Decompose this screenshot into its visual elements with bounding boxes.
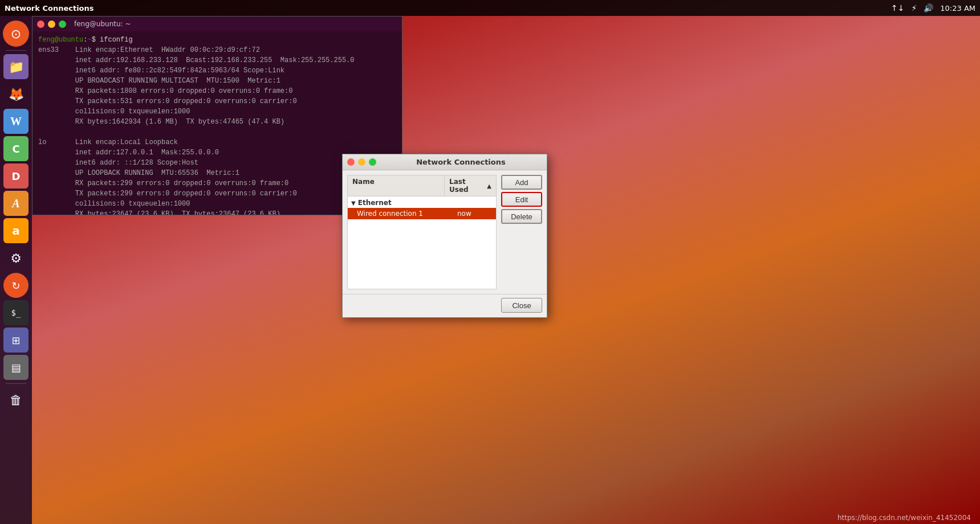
nc-maximize-btn[interactable] bbox=[369, 158, 376, 166]
url-text: https://blog.csdn.net/weixin_41452004 bbox=[837, 514, 971, 522]
dock-item-remmina[interactable]: ⊞ bbox=[3, 328, 29, 353]
nc-minimize-btn[interactable] bbox=[358, 158, 365, 166]
dock-item-settings[interactable]: ⚙ bbox=[3, 245, 29, 271]
section-expand-icon: ▼ bbox=[351, 200, 356, 206]
delete-button[interactable]: Delete bbox=[501, 209, 542, 224]
topbar-right: ↑↓ ⚡ 🔊 10:23 AM bbox=[891, 3, 975, 13]
volume-icon[interactable]: 🔊 bbox=[924, 3, 933, 13]
nc-connection-lastused: now bbox=[457, 210, 491, 218]
dock-item-trash[interactable]: 🗑 bbox=[3, 387, 29, 412]
nc-body: Name Last Used ▲ ▼ Ethernet Wired connec… bbox=[343, 170, 547, 317]
dock-item-files[interactable]: 📁 bbox=[3, 54, 29, 79]
nc-action-buttons: Add Edit Delete bbox=[497, 170, 547, 294]
term-line-8: RX bytes:1642934 (1.6 MB) TX bytes:47465… bbox=[38, 117, 396, 127]
calc-icon: C bbox=[12, 143, 19, 155]
settings-icon: ⚙ bbox=[10, 251, 22, 265]
col-name-header: Name bbox=[348, 175, 445, 196]
clock: 10:23 AM bbox=[940, 4, 975, 13]
terminal-minimize-btn[interactable] bbox=[48, 21, 55, 28]
nc-bottom-bar: Close bbox=[343, 294, 547, 317]
term-line-7: collisions:0 txqueuelen:1000 bbox=[38, 107, 396, 117]
close-button[interactable]: Close bbox=[501, 298, 542, 313]
update-icon: ↻ bbox=[11, 280, 20, 292]
dock-item-terminal[interactable]: $_ bbox=[3, 300, 29, 325]
bluetooth-icon[interactable]: ⚡ bbox=[911, 3, 917, 13]
terminal-maximize-btn[interactable] bbox=[59, 21, 66, 28]
dock-item-draw[interactable]: D bbox=[3, 163, 29, 189]
terminal-icon: $_ bbox=[11, 308, 21, 317]
trash-icon: 🗑 bbox=[10, 393, 22, 407]
dock-item-writer[interactable]: W bbox=[3, 109, 29, 134]
terminal-titlebar: feng@ubuntu: ~ bbox=[32, 17, 402, 31]
nc-list-header: Name Last Used ▲ bbox=[348, 175, 496, 197]
nc-title: Network Connections bbox=[380, 158, 542, 166]
network-icon[interactable]: ↑↓ bbox=[891, 3, 904, 13]
term-line-2: inet addr:192.168.233.128 Bcast:192.168.… bbox=[38, 55, 396, 66]
amazon-icon: a bbox=[12, 224, 20, 238]
nc-list-area: Name Last Used ▲ ▼ Ethernet Wired connec… bbox=[347, 175, 497, 289]
files-icon: 📁 bbox=[9, 60, 24, 74]
nc-content: Name Last Used ▲ ▼ Ethernet Wired connec… bbox=[343, 170, 547, 294]
storage-icon: ▤ bbox=[11, 362, 21, 374]
url-bar: https://blog.csdn.net/weixin_41452004 bbox=[828, 511, 980, 524]
nc-list-body: ▼ Ethernet Wired connection 1 now bbox=[348, 197, 496, 220]
term-line-5: RX packets:1808 errors:0 dropped:0 overr… bbox=[38, 86, 396, 96]
nc-connection-name: Wired connection 1 bbox=[357, 210, 457, 218]
sort-arrow-icon: ▲ bbox=[487, 183, 491, 189]
firefox-icon: 🦊 bbox=[9, 87, 24, 101]
term-prompt-line: feng@ubuntu:~$ ifconfig bbox=[38, 35, 396, 45]
dock-separator-2 bbox=[6, 383, 26, 384]
term-line-4: UP BROADCAST RUNNING MULTICAST MTU:1500 … bbox=[38, 76, 396, 86]
nc-titlebar: Network Connections bbox=[343, 154, 547, 170]
col-lastused-header: Last Used ▲ bbox=[445, 175, 496, 196]
topbar: Network Connections ↑↓ ⚡ 🔊 10:23 AM bbox=[0, 0, 980, 16]
terminal-close-btn[interactable] bbox=[37, 21, 44, 28]
dock-separator bbox=[6, 50, 26, 51]
nc-close-btn-x[interactable] bbox=[347, 158, 355, 166]
topbar-title: Network Connections bbox=[5, 4, 94, 13]
draw-icon: D bbox=[12, 170, 21, 182]
nc-connection-row[interactable]: Wired connection 1 now bbox=[348, 208, 496, 219]
dock-item-calc[interactable]: C bbox=[3, 136, 29, 161]
edit-button[interactable]: Edit bbox=[501, 192, 542, 207]
writer-icon: W bbox=[10, 115, 22, 128]
dock-item-storage[interactable]: ▤ bbox=[3, 355, 29, 380]
ubuntu-icon: ⊙ bbox=[11, 27, 21, 41]
remmina-icon: ⊞ bbox=[11, 334, 20, 346]
add-button[interactable]: Add bbox=[501, 175, 542, 190]
dock-item-amazon[interactable]: a bbox=[3, 218, 29, 243]
nc-section-ethernet: ▼ Ethernet bbox=[348, 198, 496, 208]
dock-item-ubuntu[interactable]: ⊙ bbox=[3, 21, 29, 47]
term-line-blank1 bbox=[38, 127, 396, 137]
dock-item-font[interactable]: A bbox=[3, 191, 29, 216]
terminal-title: feng@ubuntu: ~ bbox=[74, 20, 131, 28]
term-line-1: ens33 Link encap:Ethernet HWaddr 00:0c:2… bbox=[38, 45, 396, 55]
font-icon: A bbox=[12, 197, 19, 210]
network-connections-dialog: Network Connections Name Last Used ▲ ▼ bbox=[342, 154, 547, 318]
dock-item-firefox[interactable]: 🦊 bbox=[3, 81, 29, 107]
term-line-3: inet6 addr: fe80::2c82:549f:842a:5963/64… bbox=[38, 66, 396, 76]
term-line-lo1: lo Link encap:Local Loopback bbox=[38, 137, 396, 148]
nc-section-label: Ethernet bbox=[358, 199, 392, 207]
term-line-6: TX packets:531 errors:0 dropped:0 overru… bbox=[38, 96, 396, 107]
nc-empty-area bbox=[348, 220, 496, 289]
dock-item-update[interactable]: ↻ bbox=[3, 273, 29, 298]
dock: ⊙ 📁 🦊 W C D A a ⚙ ↻ $_ ⊞ ▤ 🗑 bbox=[0, 16, 32, 524]
